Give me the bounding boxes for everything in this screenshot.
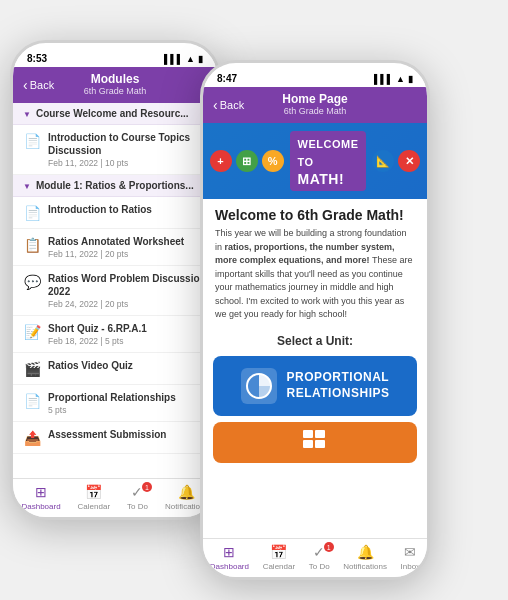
module-meta-word-problem: Feb 24, 2022 | 20 pts (48, 299, 207, 309)
chevron-icon-front (213, 97, 218, 113)
section-title-2: Module 1: Ratios & Proportions... (36, 180, 194, 191)
expand-icon-2[interactable] (23, 180, 31, 191)
unit-card-blue-inner: PROPORTIONALRELATIONSHIPS (213, 356, 417, 416)
signal-icon-front: ▌▌▌ (374, 74, 393, 84)
pie-chart-icon (241, 368, 277, 404)
table-icon: ⊞ (236, 150, 258, 172)
unit-card-proportional[interactable]: PROPORTIONALRELATIONSHIPS (213, 356, 417, 416)
unit-title-proportional: PROPORTIONALRELATIONSHIPS (287, 370, 390, 401)
module-meta-worksheet: Feb 11, 2022 | 20 pts (48, 249, 207, 259)
math-icons: + ⊞ % (210, 150, 284, 172)
bottom-nav-front: ⊞ Dashboard 📅 Calendar ✓ 1 To Do 🔔 Notif… (203, 538, 427, 577)
time-front: 8:47 (217, 73, 237, 84)
battery-icon: ▮ (198, 54, 203, 64)
header-back: Back Modules 6th Grade Math (13, 67, 217, 103)
nav-inbox-front[interactable]: ✉ Inbox (401, 544, 421, 571)
svg-rect-4 (315, 440, 325, 448)
dashboard-icon-back: ⊞ (35, 484, 47, 500)
module-item-intro-ratios[interactable]: 📄 Introduction to Ratios (13, 197, 217, 229)
nav-calendar-label-back: Calendar (78, 502, 110, 511)
notifications-icon-front: 🔔 (357, 544, 374, 560)
nav-notifications-front[interactable]: 🔔 Notifications (343, 544, 387, 571)
unit-card-second[interactable] (213, 422, 417, 463)
module-icon-assessment: 📤 (23, 429, 41, 447)
nav-notifications-label-front: Notifications (343, 562, 387, 571)
unit-card-orange-inner (213, 422, 417, 463)
module-item-worksheet[interactable]: 📋 Ratios Annotated Worksheet Feb 11, 202… (13, 229, 217, 266)
svg-rect-1 (303, 430, 313, 438)
modules-content: Course Welcome and Resourc... 📄 Introduc… (13, 103, 217, 478)
phone-back: 8:53 ▌▌▌ ▲ ▮ Back Modules 6th Grade Math (10, 40, 220, 520)
module-item-assessment[interactable]: 📤 Assessment Submission (13, 422, 217, 454)
battery-icon-front: ▮ (408, 74, 413, 84)
calendar-icon-front: 📅 (270, 544, 287, 560)
expand-icon-1[interactable] (23, 108, 31, 119)
module-title-worksheet: Ratios Annotated Worksheet (48, 235, 207, 248)
module-title-intro: Introduction to Course Topics Discussion (48, 131, 207, 157)
module-item-intro-course[interactable]: 📄 Introduction to Course Topics Discussi… (13, 125, 217, 175)
time-back: 8:53 (27, 53, 47, 64)
module-icon-word-problem: 💬 (23, 273, 41, 291)
nav-todo-label-back: To Do (127, 502, 148, 511)
back-button-front[interactable]: Back (213, 97, 244, 113)
header-subtitle-front: 6th Grade Math (215, 106, 415, 116)
phones-container: 8:53 ▌▌▌ ▲ ▮ Back Modules 6th Grade Math (0, 0, 508, 600)
home-content: + ⊞ % WELCOME TO MATH! 📐 ✕ Welcome to 6t… (203, 123, 427, 538)
module-title-quiz: Short Quiz - 6.RP.A.1 (48, 322, 207, 335)
module-title-video-quiz: Ratios Video Quiz (48, 359, 207, 372)
notifications-icon-back: 🔔 (178, 484, 195, 500)
nav-calendar-front[interactable]: 📅 Calendar (263, 544, 295, 571)
signal-icons-front: ▌▌▌ ▲ ▮ (374, 74, 413, 84)
math-label: MATH! (298, 171, 345, 187)
plus-icon: + (210, 150, 232, 172)
math-banner: + ⊞ % WELCOME TO MATH! 📐 ✕ (203, 123, 427, 199)
section-header-2: Module 1: Ratios & Proportions... (13, 175, 217, 197)
welcome-body: This year we will be building a strong f… (203, 227, 427, 330)
nav-calendar-back[interactable]: 📅 Calendar (78, 484, 110, 511)
dashboard-icon-front: ⊞ (223, 544, 235, 560)
module-icon-doc: 📄 (23, 132, 41, 150)
nav-calendar-label-front: Calendar (263, 562, 295, 571)
inbox-icon-front: ✉ (404, 544, 416, 560)
module-item-video-quiz[interactable]: 🎬 Ratios Video Quiz (13, 353, 217, 385)
module-title-word-problem: Ratios Word Problem Discussion 2022 (48, 272, 207, 298)
status-bar-back: 8:53 ▌▌▌ ▲ ▮ (13, 47, 217, 67)
svg-rect-3 (303, 440, 313, 448)
x-icon: ✕ (398, 150, 420, 172)
module-icon-worksheet: 📋 (23, 236, 41, 254)
back-label-back: Back (30, 79, 54, 91)
welcome-heading: Welcome to 6th Grade Math! (203, 199, 427, 227)
nav-todo-back[interactable]: ✓ 1 To Do (127, 484, 148, 511)
module-icon-video: 🎬 (23, 360, 41, 378)
calendar-icon-back: 📅 (85, 484, 102, 500)
nav-dashboard-front[interactable]: ⊞ Dashboard (210, 544, 249, 571)
grid-icon (303, 430, 327, 455)
module-icon-intro-ratios: 📄 (23, 204, 41, 222)
back-button-back[interactable]: Back (23, 77, 54, 93)
nav-todo-front[interactable]: ✓ 1 To Do (309, 544, 330, 571)
signal-icon: ▌▌▌ (164, 54, 183, 64)
select-unit-label: Select a Unit: (203, 330, 427, 356)
module-item-proportional[interactable]: 📄 Proportional Relationships 5 pts (13, 385, 217, 422)
module-title-assessment: Assessment Submission (48, 428, 207, 441)
wifi-icon: ▲ (186, 54, 195, 64)
nav-dashboard-label-front: Dashboard (210, 562, 249, 571)
module-title-intro-ratios: Introduction to Ratios (48, 203, 207, 216)
status-bar-front: 8:47 ▌▌▌ ▲ ▮ (203, 67, 427, 87)
header-title-front: Home Page (215, 92, 415, 106)
todo-badge-back: 1 (142, 482, 152, 492)
nav-todo-label-front: To Do (309, 562, 330, 571)
welcome-banner-text: WELCOME TO MATH! (290, 131, 367, 191)
module-item-quiz[interactable]: 📝 Short Quiz - 6.RP.A.1 Feb 18, 2022 | 5… (13, 316, 217, 353)
percent-icon: % (262, 150, 284, 172)
nav-dashboard-back[interactable]: ⊞ Dashboard (21, 484, 60, 511)
todo-badge-front: 1 (324, 542, 334, 552)
back-label-front: Back (220, 99, 244, 111)
section-title-1: Course Welcome and Resourc... (36, 108, 189, 119)
wifi-icon-front: ▲ (396, 74, 405, 84)
signal-icons-back: ▌▌▌ ▲ ▮ (164, 54, 203, 64)
phone-front: 8:47 ▌▌▌ ▲ ▮ Back Home Page 6th Grade Ma… (200, 60, 430, 580)
module-icon-proportional: 📄 (23, 392, 41, 410)
module-item-word-problem[interactable]: 💬 Ratios Word Problem Discussion 2022 Fe… (13, 266, 217, 316)
module-meta-quiz: Feb 18, 2022 | 5 pts (48, 336, 207, 346)
